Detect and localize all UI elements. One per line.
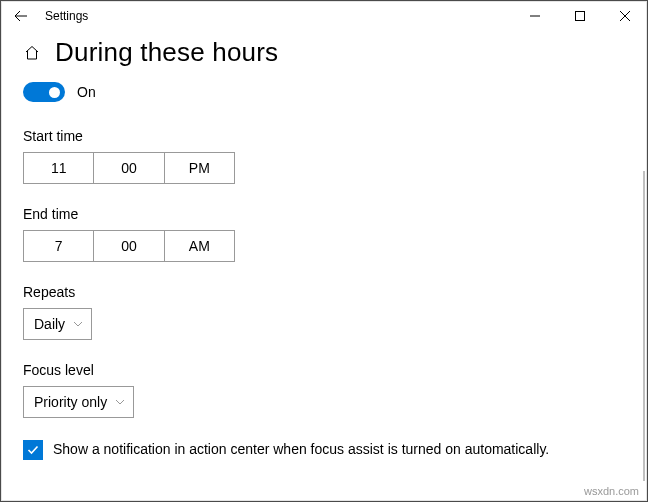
start-time-hour[interactable]: 11 [24, 153, 94, 183]
toggle-knob [49, 87, 60, 98]
focus-level-dropdown[interactable]: Priority only [23, 386, 134, 418]
page-heading-row: During these hours [23, 37, 625, 68]
app-title: Settings [41, 9, 88, 23]
on-toggle-label: On [77, 84, 96, 100]
maximize-button[interactable] [557, 1, 602, 31]
end-time-label: End time [23, 206, 625, 222]
chevron-down-icon [115, 397, 125, 407]
notification-checkbox-row: Show a notification in action center whe… [23, 440, 583, 460]
content-area: During these hours On Start time 11 00 P… [1, 31, 647, 501]
close-icon [620, 11, 630, 21]
end-time-hour[interactable]: 7 [24, 231, 94, 261]
start-time-picker[interactable]: 11 00 PM [23, 152, 235, 184]
home-icon[interactable] [23, 44, 41, 62]
on-toggle-row: On [23, 82, 625, 102]
end-time-picker[interactable]: 7 00 AM [23, 230, 235, 262]
back-button[interactable] [1, 1, 41, 31]
watermark: wsxdn.com [584, 485, 639, 497]
notification-checkbox-label: Show a notification in action center whe… [53, 440, 549, 459]
repeats-label: Repeats [23, 284, 625, 300]
end-time-ampm[interactable]: AM [165, 231, 234, 261]
start-time-label: Start time [23, 128, 625, 144]
end-time-minute[interactable]: 00 [94, 231, 164, 261]
notification-checkbox[interactable] [23, 440, 43, 460]
repeats-dropdown[interactable]: Daily [23, 308, 92, 340]
settings-window: Settings During these hours On [0, 0, 648, 502]
close-button[interactable] [602, 1, 647, 31]
check-icon [26, 443, 40, 457]
chevron-down-icon [73, 319, 83, 329]
svg-rect-0 [575, 12, 584, 21]
focus-level-label: Focus level [23, 362, 625, 378]
end-time-section: End time 7 00 AM [23, 206, 625, 262]
maximize-icon [575, 11, 585, 21]
minimize-button[interactable] [512, 1, 557, 31]
start-time-ampm[interactable]: PM [165, 153, 234, 183]
page-title: During these hours [55, 37, 278, 68]
minimize-icon [530, 11, 540, 21]
repeats-value: Daily [34, 316, 65, 332]
start-time-minute[interactable]: 00 [94, 153, 164, 183]
on-toggle[interactable] [23, 82, 65, 102]
scrollbar[interactable] [643, 171, 645, 481]
arrow-left-icon [13, 8, 29, 24]
repeats-section: Repeats Daily [23, 284, 625, 340]
focus-level-value: Priority only [34, 394, 107, 410]
focus-level-section: Focus level Priority only [23, 362, 625, 418]
start-time-section: Start time 11 00 PM [23, 128, 625, 184]
titlebar: Settings [1, 1, 647, 31]
